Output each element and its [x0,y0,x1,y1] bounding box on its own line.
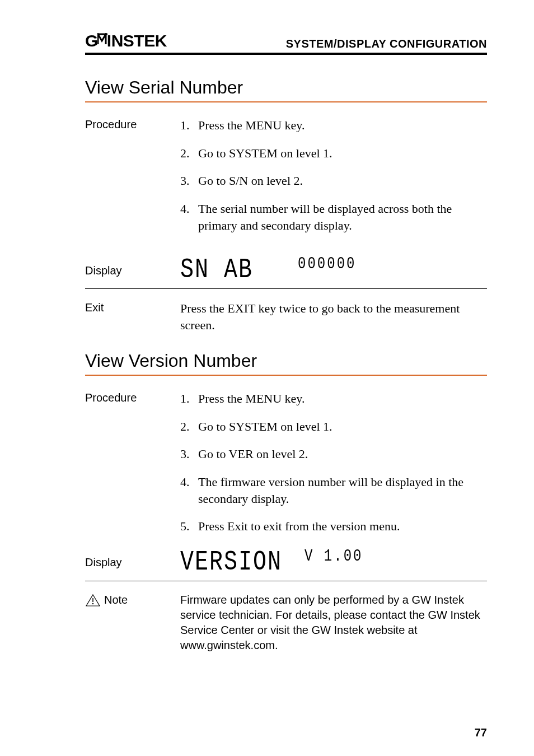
steps-list: Press the MENU key. Go to SYSTEM on leve… [180,117,487,234]
seg-display-primary: SN AB [180,251,253,290]
display-body: SN AB 000000 [180,255,487,285]
svg-point-2 [92,603,93,604]
seg-display-primary: VERSION [180,543,282,581]
step-item: Go to SYSTEM on level 1. [180,418,487,435]
display-label: Display [85,263,180,277]
header-title: SYSTEM/DISPLAY CONFIGURATION [286,38,487,50]
step-item: Go to VER on level 2. [180,446,487,463]
note-label-wrap: Note [85,592,180,607]
procedure-row: Procedure Press the MENU key. Go to SYST… [85,117,487,245]
exit-label: Exit [85,300,180,314]
brand-logo: GINSTEK [85,31,167,50]
step-item: The serial number will be displayed acro… [180,200,487,234]
steps-list: Press the MENU key. Go to SYSTEM on leve… [180,390,487,535]
procedure-label: Procedure [85,390,180,404]
accent-rule [85,375,487,376]
exit-text: Press the EXIT key twice to go back to t… [180,300,487,333]
procedure-body: Press the MENU key. Go to SYSTEM on leve… [180,117,487,245]
page-number: 77 [475,726,487,739]
header-rule [85,53,487,55]
display-row: Display SN AB 000000 [85,255,487,285]
procedure-label: Procedure [85,117,180,131]
step-item: The firmware version number will be disp… [180,474,487,507]
note-text: Firmware updates can only be performed b… [180,592,487,653]
thin-rule [85,581,487,581]
seg-display-secondary: V 1.00 [305,545,363,567]
warning-icon [85,594,101,607]
display-label: Display [85,555,180,569]
display-row: Display VERSION V 1.00 [85,547,487,577]
note-row: Note Firmware updates can only be perfor… [85,592,487,653]
exit-row: Exit Press the EXIT key twice to go back… [85,300,487,333]
procedure-row: Procedure Press the MENU key. Go to SYST… [85,390,487,546]
step-item: Go to SYSTEM on level 1. [180,145,487,162]
section-heading-version: View Version Number [85,351,487,371]
procedure-body: Press the MENU key. Go to SYSTEM on leve… [180,390,487,546]
note-label: Note [104,594,128,606]
step-item: Go to S/N on level 2. [180,172,487,189]
seg-display-secondary: 000000 [298,254,356,276]
section-heading-serial: View Serial Number [85,77,487,98]
step-item: Press Exit to exit from the version menu… [180,518,487,535]
step-item: Press the MENU key. [180,117,487,134]
display-body: VERSION V 1.00 [180,547,487,577]
accent-rule [85,101,487,102]
thin-rule [85,288,487,289]
step-item: Press the MENU key. [180,390,487,407]
page-header: GINSTEK SYSTEM/DISPLAY CONFIGURATION [85,31,487,50]
